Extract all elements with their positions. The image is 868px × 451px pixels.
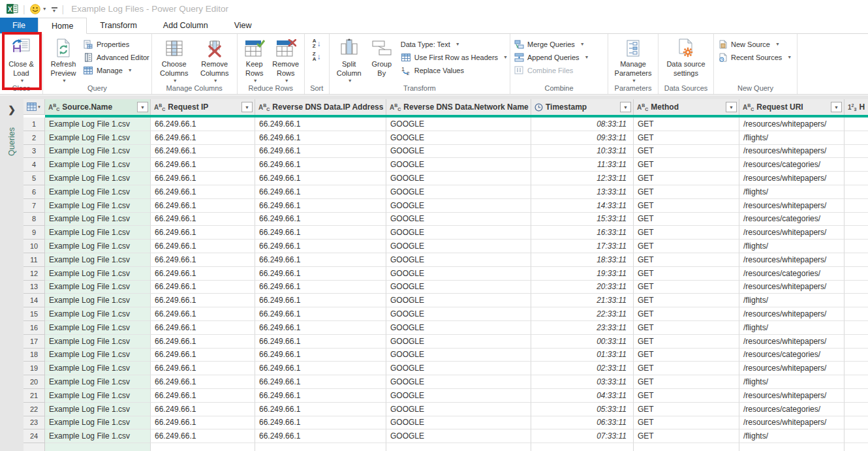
cell-ip[interactable]: 66.249.66.1 [151, 281, 255, 294]
cell-network[interactable]: GOOGLE [386, 199, 531, 213]
cell-http[interactable] [845, 416, 868, 430]
cell-timestamp[interactable]: 11:33:11 [531, 158, 634, 172]
cell-uri[interactable]: /resources/whitepapers/ [739, 307, 845, 321]
cell-ip[interactable]: 66.249.66.1 [151, 158, 255, 172]
cell-timestamp[interactable]: 13:33:11 [531, 185, 634, 199]
filter-dropdown-ip[interactable]: ▼ [241, 102, 253, 112]
split-column-button[interactable]: Split Column▼ [332, 35, 367, 84]
row-number[interactable]: 19 [23, 362, 45, 375]
cell-method[interactable]: GET [634, 172, 739, 185]
column-header-http[interactable]: 123H [845, 99, 868, 115]
cell-method[interactable]: GET [634, 389, 739, 403]
tab-transform[interactable]: Transform [87, 18, 150, 33]
remove-columns-button[interactable]: Remove Columns▼ [194, 35, 235, 84]
cell-source[interactable]: Example Log File 1.csv [45, 267, 151, 281]
manage-button[interactable]: Manage▼ [83, 65, 149, 75]
cell-http[interactable] [845, 335, 868, 349]
column-header-dns_ip[interactable]: ABCReverse DNS Data.IP Address▼ [255, 99, 386, 115]
filter-dropdown-uri[interactable]: ▼ [831, 102, 842, 112]
close-and-load-button[interactable]: Close & Load▼ [3, 35, 40, 84]
cell-http[interactable] [845, 443, 868, 451]
refresh-preview-button[interactable]: Refresh Preview▼ [45, 35, 82, 84]
cell-network[interactable]: GOOGLE [386, 362, 531, 375]
cell-source[interactable]: Example Log File 1.csv [45, 349, 151, 362]
cell-ip[interactable]: 66.249.66.1 [151, 321, 255, 335]
remove-rows-button[interactable]: Remove Rows▼ [270, 35, 302, 84]
sort-descending-button[interactable]: ZA↓ [313, 51, 321, 62]
data-source-settings-button[interactable]: Data source settings [660, 35, 711, 78]
cell-source[interactable]: Example Log File 1.csv [45, 307, 151, 321]
filter-dropdown-source[interactable]: ▼ [137, 102, 148, 112]
cell-timestamp[interactable]: 19:33:11 [531, 267, 634, 281]
cell-timestamp[interactable]: 06:33:11 [531, 416, 634, 430]
cell-timestamp[interactable]: 17:33:11 [531, 240, 634, 253]
cell-dns_ip[interactable]: 66.249.66.1 [255, 307, 386, 321]
cell-method[interactable]: GET [634, 185, 739, 199]
cell-http[interactable] [845, 349, 868, 362]
cell-network[interactable]: GOOGLE [386, 375, 531, 389]
cell-timestamp[interactable]: 21:33:11 [531, 294, 634, 307]
cell-network[interactable]: GOOGLE [386, 281, 531, 294]
row-number[interactable]: 3 [23, 145, 45, 159]
queries-pane-collapsed[interactable]: ❯ Queries [0, 95, 23, 451]
cell-ip[interactable]: 66.249.66.1 [151, 213, 255, 226]
cell-ip[interactable]: 66.249.66.1 [151, 429, 255, 443]
cell-dns_ip[interactable]: 66.249.66.1 [255, 117, 386, 131]
cell-source[interactable]: Example Log File 1.csv [45, 253, 151, 267]
cell-timestamp[interactable]: 22:33:11 [531, 307, 634, 321]
cell-method[interactable]: GET [634, 131, 739, 145]
cell-timestamp[interactable]: 10:33:11 [531, 145, 634, 159]
cell-http[interactable] [845, 375, 868, 389]
row-number[interactable]: 11 [23, 253, 45, 267]
cell-method[interactable]: GET [634, 117, 739, 131]
filter-dropdown-timestamp[interactable]: ▼ [620, 102, 631, 112]
cell-uri[interactable]: /flights/ [739, 131, 845, 145]
row-number[interactable]: 12 [23, 267, 45, 281]
cell-dns_ip[interactable]: 66.249.66.1 [255, 172, 386, 185]
cell-ip[interactable]: 66.249.66.1 [151, 267, 255, 281]
cell-source[interactable]: Example Log File 1.csv [45, 213, 151, 226]
cell-network[interactable]: GOOGLE [386, 349, 531, 362]
cell-dns_ip[interactable]: 66.249.66.1 [255, 226, 386, 240]
row-number[interactable] [23, 443, 45, 451]
cell-source[interactable]: Example Log File 1.csv [45, 117, 151, 131]
cell-method[interactable]: GET [634, 416, 739, 430]
row-number[interactable]: 24 [23, 429, 45, 443]
cell-network[interactable]: GOOGLE [386, 226, 531, 240]
cell-http[interactable] [845, 267, 868, 281]
cell-uri[interactable]: /resources/categories/ [739, 403, 845, 416]
cell-source[interactable]: Example Log File 1.csv [45, 240, 151, 253]
cell-method[interactable]: GET [634, 429, 739, 443]
cell-timestamp[interactable]: 08:33:11 [531, 117, 634, 131]
cell-source[interactable]: Example Log File 1.csv [45, 362, 151, 375]
cell-uri[interactable]: /resources/whitepapers/ [739, 172, 845, 185]
cell-network[interactable]: GOOGLE [386, 403, 531, 416]
cell-uri[interactable]: /flights/ [739, 240, 845, 253]
cell-http[interactable] [845, 389, 868, 403]
cell-network[interactable]: GOOGLE [386, 253, 531, 267]
cell-http[interactable] [845, 213, 868, 226]
use-first-row-as-headers-button[interactable]: Use First Row as Headers▼ [401, 52, 508, 62]
table-menu-button[interactable]: ▼ [23, 99, 45, 115]
cell-network[interactable]: GOOGLE [386, 213, 531, 226]
cell-method[interactable]: GET [634, 267, 739, 281]
column-header-method[interactable]: ABCMethod▼ [634, 99, 739, 115]
cell-timestamp[interactable]: 07:33:11 [531, 429, 634, 443]
cell-ip[interactable]: 66.249.66.1 [151, 349, 255, 362]
cell-network[interactable]: GOOGLE [386, 185, 531, 199]
cell-timestamp[interactable] [531, 443, 634, 451]
cell-source[interactable]: Example Log File 1.csv [45, 226, 151, 240]
cell-http[interactable] [845, 240, 868, 253]
data-type-button[interactable]: Data Type: Text▼ [401, 39, 508, 49]
customize-toolbar-button[interactable]: ▼ [52, 7, 57, 12]
cell-http[interactable] [845, 172, 868, 185]
expand-queries-chevron-icon[interactable]: ❯ [8, 104, 16, 115]
cell-method[interactable]: GET [634, 349, 739, 362]
cell-dns_ip[interactable]: 66.249.66.1 [255, 199, 386, 213]
cell-uri[interactable]: /resources/whitepapers/ [739, 226, 845, 240]
cell-uri[interactable]: /resources/whitepapers/ [739, 145, 845, 159]
cell-uri[interactable]: /resources/whitepapers/ [739, 416, 845, 430]
cell-ip[interactable]: 66.249.66.1 [151, 253, 255, 267]
cell-uri[interactable]: /resources/categories/ [739, 349, 845, 362]
cell-source[interactable]: Example Log File 1.csv [45, 158, 151, 172]
